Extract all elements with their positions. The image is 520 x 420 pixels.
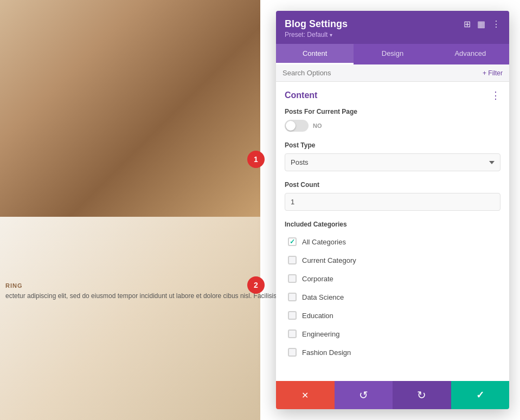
step-1-indicator: 1 (247, 151, 265, 168)
panel-body: Content ⋮ Posts For Current Page NO Post… (276, 82, 509, 381)
more-icon[interactable]: ⋮ (492, 19, 500, 29)
panel-title: Blog Settings (285, 18, 348, 30)
posts-current-page-toggle[interactable] (285, 120, 309, 132)
categories-list: ✓ All Categories Current Category Corpor… (285, 232, 500, 361)
save-button[interactable]: ✓ (451, 381, 510, 409)
panel-header: Blog Settings ⊞ ▦ ⋮ Preset: Default ▾ (276, 11, 509, 44)
post-type-label: Post Type (285, 141, 500, 149)
posts-current-page-group: Posts For Current Page NO (285, 108, 500, 132)
category-name-current: Current Category (302, 256, 356, 264)
preset-selector[interactable]: Preset: Default ▾ (285, 31, 500, 38)
toggle-row: NO (285, 120, 500, 132)
category-name-engineering: Engineering (302, 330, 339, 338)
background-bottom (0, 217, 260, 420)
category-name-data-science: Data Science (302, 293, 344, 301)
post-type-group: Post Type Posts (285, 141, 500, 171)
bottom-toolbar: ✕ ↺ ↻ ✓ (276, 381, 509, 409)
category-name-corporate: Corporate (302, 275, 333, 283)
search-input[interactable] (283, 69, 478, 77)
filter-button[interactable]: + Filter (483, 69, 503, 77)
toggle-knob (286, 121, 296, 131)
category-checkbox-education (288, 311, 297, 320)
category-checkbox-engineering (288, 329, 297, 338)
step-2-indicator: 2 (247, 276, 265, 294)
blog-settings-panel: Blog Settings ⊞ ▦ ⋮ Preset: Default ▾ Co… (276, 11, 509, 409)
post-count-label: Post Count (285, 181, 500, 189)
category-name-education: Education (302, 312, 333, 320)
tab-content[interactable]: Content (276, 44, 354, 64)
background-area (0, 0, 260, 420)
category-item-education[interactable]: Education (285, 306, 500, 325)
section-title: Content (285, 91, 317, 100)
expand-icon[interactable]: ⊞ (464, 19, 471, 29)
content-section-heading: Content ⋮ (285, 91, 500, 100)
undo-button[interactable]: ↺ (335, 381, 393, 409)
category-item-corporate[interactable]: Corporate (285, 269, 500, 288)
posts-current-page-label: Posts For Current Page (285, 108, 500, 115)
category-checkbox-corporate (288, 274, 297, 283)
category-checkbox-data-science (288, 293, 297, 301)
category-checkbox-current (288, 256, 297, 264)
post-count-input[interactable] (285, 193, 500, 211)
included-categories-group: Included Categories ✓ All Categories Cur… (285, 221, 500, 361)
search-bar: + Filter (276, 64, 509, 82)
category-checkbox-all: ✓ (288, 237, 297, 246)
category-item-engineering[interactable]: Engineering (285, 325, 500, 343)
panel-tabs: Content Design Advanced (276, 44, 509, 64)
category-checkbox-fashion-design (288, 348, 297, 357)
post-count-group: Post Count (285, 181, 500, 211)
category-item-fashion-design[interactable]: Fashion Design (285, 343, 500, 361)
tab-advanced[interactable]: Advanced (432, 44, 509, 64)
post-type-select[interactable]: Posts (285, 153, 500, 171)
category-name-fashion-design: Fashion Design (302, 348, 351, 357)
tab-design[interactable]: Design (354, 44, 431, 64)
preset-arrow: ▾ (330, 32, 332, 38)
category-item-all[interactable]: ✓ All Categories (285, 232, 500, 251)
cancel-button[interactable]: ✕ (276, 381, 335, 409)
category-item-current[interactable]: Current Category (285, 251, 500, 269)
section-menu-icon[interactable]: ⋮ (491, 91, 500, 100)
header-icons: ⊞ ▦ ⋮ (464, 19, 500, 29)
category-name-all: All Categories (302, 238, 346, 246)
background-top (0, 0, 260, 217)
layout-icon[interactable]: ▦ (477, 19, 485, 29)
category-item-data-science[interactable]: Data Science (285, 288, 500, 306)
redo-button[interactable]: ↻ (393, 381, 451, 409)
checkmark-all: ✓ (290, 238, 295, 245)
toggle-label: NO (313, 122, 322, 129)
included-categories-label: Included Categories (285, 221, 500, 228)
